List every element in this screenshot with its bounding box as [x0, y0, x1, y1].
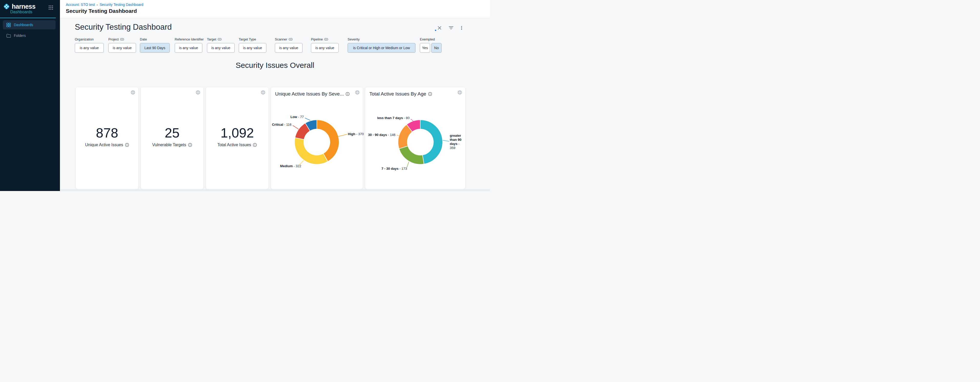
filter-label: Pipeline: [311, 37, 328, 41]
sidebar-item-folders[interactable]: Folders: [3, 31, 56, 40]
filter-chip[interactable]: is any value: [175, 43, 202, 53]
link-icon: [120, 38, 124, 40]
apps-grid-icon[interactable]: [48, 5, 53, 11]
main: Account: STO test › Security Testing Das…: [60, 0, 490, 191]
info-icon[interactable]: [125, 143, 129, 147]
tile-card: 25Vulnerable Targets: [141, 87, 204, 189]
chart-callout-label: Low - 77: [291, 115, 304, 119]
page-title: Security Testing Dashboard: [66, 8, 137, 14]
link-icon: [324, 38, 328, 40]
info-icon[interactable]: [188, 143, 192, 147]
chart-callout-label: 7 - 30 days - 173: [382, 167, 407, 171]
filter-group: Reference Identifieris any value: [175, 37, 204, 41]
info-icon[interactable]: [253, 143, 257, 147]
globe-icon[interactable]: [130, 90, 135, 95]
chart-callout-label: High - 370: [348, 132, 364, 136]
folder-icon: [6, 34, 11, 38]
cards-row: 878Unique Active Issues25Vulnerable Targ…: [60, 87, 490, 189]
globe-icon[interactable]: [196, 90, 200, 95]
filter-chip[interactable]: is any value: [239, 43, 266, 53]
filter-chip[interactable]: is Critical or High or Medium or Low: [348, 43, 415, 53]
chart-card: Unique Active Issues By Seve...High - 37…: [271, 87, 363, 189]
app-root: harness Dashboards Dash: [0, 0, 490, 191]
sidebar-item-label: Dashboards: [14, 23, 33, 27]
chart-callout-label: Critical - 116: [272, 123, 291, 127]
tile-label: Total Active Issues: [206, 143, 269, 147]
tile-value: 25: [141, 125, 204, 141]
filter-label: Reference Identifier: [175, 37, 204, 41]
harness-logo-icon: [3, 3, 10, 10]
dashboards-icon: [6, 23, 11, 27]
sidebar-item-dashboards[interactable]: Dashboards: [3, 20, 56, 29]
kebab-menu-icon[interactable]: [459, 25, 464, 31]
product-name: Dashboards: [10, 10, 32, 14]
tile-label: Unique Active Issues: [76, 143, 138, 147]
tile-value: 1,092: [206, 125, 269, 141]
filter-chip[interactable]: is any value: [311, 43, 339, 53]
link-icon: [218, 38, 221, 40]
link-icon: [289, 38, 293, 40]
filter-chip[interactable]: Last 90 Days: [140, 43, 170, 53]
section-title: Security Issues Overall: [60, 61, 490, 70]
breadcrumb: Account: STO test › Security Testing Das…: [66, 3, 143, 7]
filters-bar: Organizationis any valueProjectis any va…: [60, 36, 490, 61]
chart-callout-label: 30 - 90 days - 146: [368, 133, 396, 137]
filter-group: Targetis any value: [207, 37, 221, 41]
tile-label: Vulnerable Targets: [141, 143, 204, 147]
filter-group: Pipelineis any value: [311, 37, 328, 41]
filter-label: Severity: [348, 37, 360, 41]
chart-callout-label: greater than 90 days - 359: [450, 134, 465, 150]
filter-group: Organizationis any value: [75, 37, 94, 41]
tile-card: 1,092Total Active Issues: [206, 87, 269, 189]
filter-chip[interactable]: is any value: [275, 43, 302, 53]
filter-label: Date: [140, 37, 147, 41]
sidebar-item-label: Folders: [14, 33, 26, 38]
filter-chip[interactable]: is any value: [108, 43, 136, 53]
tile-card: 878Unique Active Issues: [76, 87, 138, 189]
filter-icon[interactable]: [449, 25, 453, 31]
breadcrumb-separator: ›: [97, 3, 98, 7]
donut-chart[interactable]: [271, 87, 363, 189]
filter-chip[interactable]: is any value: [75, 43, 104, 53]
filter-group: Scanneris any value: [275, 37, 293, 41]
topbar: Account: STO test › Security Testing Das…: [60, 0, 490, 18]
chart-callout-label: Medium - 322: [280, 164, 301, 168]
filter-chip-yes[interactable]: Yes: [420, 43, 430, 53]
breadcrumb-account-link[interactable]: Account: STO test: [66, 3, 95, 7]
sidebar-divider: [0, 17, 56, 18]
sidebar: harness Dashboards Dash: [0, 0, 60, 191]
filter-label: Exempted: [420, 37, 435, 41]
breadcrumb-page-link[interactable]: Security Testing Dashboard: [100, 3, 143, 7]
filter-label: Target Type: [239, 37, 256, 41]
filter-group: Projectis any value: [108, 37, 124, 41]
filter-chip-no[interactable]: No: [431, 43, 442, 53]
chart-card: Total Active Issues By Agegreater than 9…: [365, 87, 465, 189]
filter-group: DateLast 90 Days: [140, 37, 147, 41]
filter-group: ExemptedYesNo: [420, 37, 435, 41]
filter-chip[interactable]: is any value: [207, 43, 235, 53]
filter-group: Severityis Critical or High or Medium or…: [348, 37, 360, 41]
tile-value: 878: [76, 125, 138, 141]
filter-label: Scanner: [275, 37, 293, 41]
dashboard-title: Security Testing Dashboard: [75, 22, 172, 32]
logo-text: harness: [12, 3, 35, 10]
globe-icon[interactable]: [261, 90, 266, 95]
filter-label: Project: [108, 37, 124, 41]
content: Security Testing Dashboard Organizationi…: [60, 18, 490, 191]
filter-label: Organization: [75, 37, 94, 41]
close-icon[interactable]: [437, 25, 442, 31]
filter-group: Target Typeis any value: [239, 37, 256, 41]
bottom-strip: [60, 189, 490, 191]
logo: harness: [3, 3, 35, 10]
filter-label: Target: [207, 37, 221, 41]
chart-callout-label: less than 7 days - 80: [377, 116, 410, 120]
cursor-dot: [435, 30, 436, 31]
